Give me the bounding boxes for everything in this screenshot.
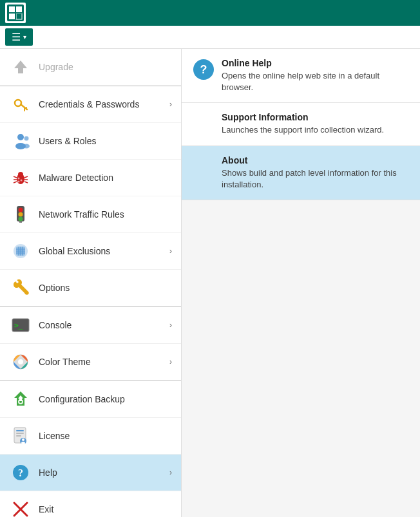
sidebar-item-credentials-label: Credentials & Passwords (39, 99, 169, 110)
sidebar: Upgrade Credentials & Passwords › (0, 49, 182, 517)
about-text: About Shows build and patch level inform… (222, 155, 408, 191)
sidebar-item-exclusions[interactable]: Global Exclusions › (0, 233, 181, 270)
help-panel-support-info[interactable]: Support Information Launches the support… (182, 103, 420, 146)
sidebar-item-license[interactable]: License (0, 418, 181, 455)
svg-rect-3 (9, 14, 15, 19)
sidebar-item-network[interactable]: Network Traffic Rules (0, 196, 181, 233)
sidebar-item-malware-label: Malware Detection (39, 172, 172, 183)
sidebar-item-exit[interactable]: Exit (0, 491, 181, 517)
sidebar-item-colortheme-label: Color Theme (39, 356, 169, 368)
app-logo (5, 3, 26, 23)
top-bar (0, 0, 420, 26)
sidebar-item-console-label: Console (39, 319, 169, 331)
svg-point-28 (19, 208, 23, 212)
sidebar-item-license-label: License (39, 430, 172, 442)
sidebar-item-upgrade-label: Upgrade (39, 61, 172, 73)
hamburger-button[interactable]: ☰ ▾ (5, 28, 33, 46)
svg-rect-1 (9, 6, 15, 12)
right-panel: ? Online Help Opens the online help web … (182, 49, 420, 517)
svg-text:?: ? (18, 467, 23, 478)
svg-point-12 (17, 134, 24, 140)
sidebar-item-backup[interactable]: Configuration Backup (0, 381, 181, 418)
svg-rect-31 (19, 221, 22, 223)
sidebar-item-colortheme[interactable]: Color Theme › (0, 344, 181, 381)
svg-line-20 (14, 182, 17, 183)
key-icon (9, 93, 32, 116)
svg-rect-4 (16, 14, 22, 19)
sidebar-item-console[interactable]: >_ Console › (0, 307, 181, 344)
svg-point-30 (19, 217, 23, 221)
svg-point-29 (19, 212, 23, 217)
svg-point-25 (21, 180, 23, 182)
help-panel-online-help[interactable]: ? Online Help Opens the online help web … (182, 49, 420, 103)
svg-point-55 (21, 442, 25, 444)
console-icon: >_ (9, 314, 32, 337)
bug-icon (9, 166, 32, 189)
help-panel-about[interactable]: About Shows build and patch level inform… (182, 146, 420, 200)
svg-point-24 (18, 178, 20, 180)
license-icon (9, 424, 32, 447)
help-icon: ? (9, 461, 32, 484)
svg-point-40 (25, 292, 28, 295)
main-area: Upgrade Credentials & Passwords › (0, 49, 420, 517)
users-icon (9, 129, 32, 153)
svg-rect-2 (16, 6, 22, 12)
console-arrow-icon: › (169, 321, 172, 330)
palette-icon (9, 350, 32, 373)
about-title: About (222, 155, 408, 165)
online-help-question-icon: ? (193, 59, 214, 80)
svg-marker-7 (14, 61, 27, 73)
svg-point-54 (22, 438, 24, 441)
online-help-text: Online Help Opens the online help web si… (222, 58, 408, 93)
sidebar-item-options-label: Options (39, 282, 172, 294)
svg-rect-51 (16, 433, 24, 434)
upgrade-icon (9, 55, 32, 79)
support-info-desc: Launches the support info collection wiz… (222, 124, 384, 136)
svg-point-44 (18, 359, 23, 364)
sidebar-item-exclusions-label: Global Exclusions (39, 245, 169, 257)
traffic-icon (9, 203, 32, 226)
sidebar-item-credentials[interactable]: Credentials & Passwords › (0, 86, 181, 123)
about-desc: Shows build and patch level information … (222, 167, 408, 191)
svg-point-17 (18, 172, 23, 177)
credentials-arrow-icon: › (169, 100, 172, 109)
wrench-icon (9, 276, 32, 299)
svg-rect-50 (16, 430, 24, 431)
svg-point-15 (23, 144, 30, 149)
online-help-desc: Opens the online help web site in a defa… (222, 70, 408, 93)
sidebar-item-help[interactable]: ? Help › (0, 455, 181, 491)
sidebar-item-options[interactable]: Options (0, 270, 181, 306)
exit-icon (9, 498, 32, 517)
svg-rect-52 (16, 435, 21, 437)
svg-line-21 (24, 176, 28, 178)
svg-point-8 (15, 100, 21, 106)
sidebar-item-exit-label: Exit (39, 503, 172, 515)
help-arrow-icon: › (169, 468, 172, 477)
svg-point-14 (24, 136, 29, 141)
exclusions-arrow-icon: › (169, 247, 172, 256)
exclusions-icon (9, 240, 32, 263)
support-info-text: Support Information Launches the support… (222, 112, 384, 136)
svg-line-18 (14, 176, 17, 178)
sidebar-item-help-label: Help (39, 467, 169, 478)
sidebar-item-malware[interactable]: Malware Detection (0, 160, 181, 196)
hamburger-icon: ☰ (12, 31, 21, 43)
sidebar-item-users-label: Users & Roles (39, 135, 172, 147)
colortheme-arrow-icon: › (169, 357, 172, 366)
sidebar-item-network-label: Network Traffic Rules (39, 209, 172, 220)
svg-text:>_: >_ (14, 321, 23, 330)
backup-icon (9, 388, 32, 411)
support-info-title: Support Information (222, 112, 384, 122)
svg-point-26 (18, 181, 20, 183)
svg-line-23 (24, 182, 28, 183)
online-help-title: Online Help (222, 58, 408, 68)
sidebar-item-backup-label: Configuration Backup (39, 393, 172, 405)
sidebar-item-users[interactable]: Users & Roles (0, 123, 181, 160)
menu-bar: ☰ ▾ (0, 26, 420, 49)
sidebar-item-upgrade[interactable]: Upgrade (0, 49, 181, 86)
hamburger-arrow-icon: ▾ (23, 33, 26, 41)
